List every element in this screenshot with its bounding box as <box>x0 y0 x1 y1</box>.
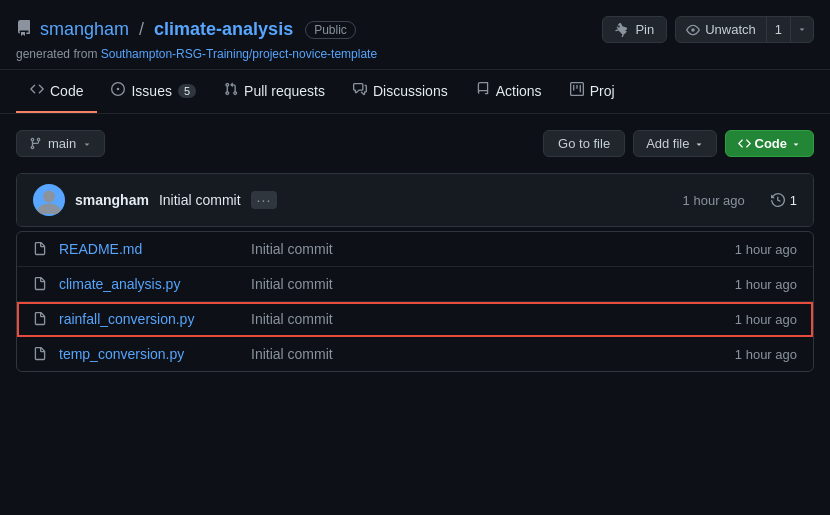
file-commit-climate: Initial commit <box>251 276 723 292</box>
repo-title-row: smangham / climate-analysis Public Pin U… <box>16 16 814 43</box>
tab-issues-label: Issues <box>131 83 171 99</box>
commit-box: smangham Initial commit ··· 1 hour ago 1 <box>16 173 814 227</box>
pin-button[interactable]: Pin <box>602 16 667 43</box>
repo-owner-link[interactable]: smangham <box>40 19 129 40</box>
branch-selector[interactable]: main <box>16 130 105 157</box>
go-to-file-button[interactable]: Go to file <box>543 130 625 157</box>
file-name-climate[interactable]: climate_analysis.py <box>59 276 239 292</box>
repo-separator: / <box>139 19 144 40</box>
tab-discussions-label: Discussions <box>373 83 448 99</box>
tab-code[interactable]: Code <box>16 70 97 113</box>
tab-proj-label: Proj <box>590 83 615 99</box>
tab-issues[interactable]: Issues 5 <box>97 70 210 113</box>
code-nav-icon <box>30 82 44 99</box>
branch-caret-icon <box>82 139 92 149</box>
file-icon-readme <box>33 242 47 256</box>
header-actions: Pin Unwatch 1 <box>602 16 814 43</box>
generated-from: generated from Southampton-RSG-Training/… <box>16 47 814 61</box>
file-table: README.md Initial commit 1 hour ago clim… <box>16 231 814 372</box>
svg-point-1 <box>38 204 61 215</box>
commit-dots-button[interactable]: ··· <box>251 191 278 209</box>
file-time-readme: 1 hour ago <box>735 242 797 257</box>
tab-code-label: Code <box>50 83 83 99</box>
tab-actions-label: Actions <box>496 83 542 99</box>
file-commit-readme: Initial commit <box>251 241 723 257</box>
commit-username[interactable]: smangham <box>75 192 149 208</box>
file-time-temp: 1 hour ago <box>735 347 797 362</box>
commit-header: smangham Initial commit ··· 1 hour ago 1 <box>17 174 813 226</box>
projects-nav-icon <box>570 82 584 99</box>
file-icon-rainfall <box>33 312 47 326</box>
issues-badge: 5 <box>178 84 196 98</box>
file-row-temp: temp_conversion.py Initial commit 1 hour… <box>17 337 813 371</box>
actions-nav-icon <box>476 82 490 99</box>
discussions-nav-icon <box>353 82 367 99</box>
template-link[interactable]: Southampton-RSG-Training/project-novice-… <box>101 47 377 61</box>
repo-header: smangham / climate-analysis Public Pin U… <box>0 0 830 70</box>
pin-icon <box>615 23 629 37</box>
pr-nav-icon <box>224 82 238 99</box>
tab-projects[interactable]: Proj <box>556 70 629 113</box>
svg-point-0 <box>43 190 55 202</box>
repo-icon <box>16 20 32 40</box>
file-commit-rainfall: Initial commit <box>251 311 723 327</box>
file-time-climate: 1 hour ago <box>735 277 797 292</box>
pin-label: Pin <box>635 22 654 37</box>
unwatch-count[interactable]: 1 <box>767 17 790 42</box>
code-button[interactable]: Code <box>725 130 815 157</box>
avatar <box>33 184 65 216</box>
eye-icon <box>686 23 700 37</box>
add-file-label: Add file <box>646 136 689 151</box>
file-time-rainfall: 1 hour ago <box>735 312 797 327</box>
add-file-caret-icon <box>694 139 704 149</box>
code-angle-icon <box>738 137 751 150</box>
file-icon-temp <box>33 347 47 361</box>
code-caret-icon <box>791 139 801 149</box>
code-button-label: Code <box>755 136 788 151</box>
unwatch-caret[interactable] <box>790 17 813 42</box>
main-content: main Go to file Add file Code <box>0 114 830 388</box>
file-row-rainfall: rainfall_conversion.py Initial commit 1 … <box>17 302 813 337</box>
file-name-readme[interactable]: README.md <box>59 241 239 257</box>
history-icon <box>771 193 785 207</box>
unwatch-label: Unwatch <box>705 22 756 37</box>
commit-message: Initial commit <box>159 192 241 208</box>
tab-pr-label: Pull requests <box>244 83 325 99</box>
tab-pull-requests[interactable]: Pull requests <box>210 70 339 113</box>
branch-icon <box>29 137 42 150</box>
repo-nav: Code Issues 5 Pull requests Discussions <box>0 70 830 114</box>
repo-name-link[interactable]: climate-analysis <box>154 19 293 40</box>
file-icon-climate <box>33 277 47 291</box>
issue-nav-icon <box>111 82 125 99</box>
commit-history-count: 1 <box>790 193 797 208</box>
caret-down-icon <box>797 24 807 34</box>
visibility-badge: Public <box>305 21 356 39</box>
tab-discussions[interactable]: Discussions <box>339 70 462 113</box>
file-row-readme: README.md Initial commit 1 hour ago <box>17 232 813 267</box>
unwatch-main[interactable]: Unwatch <box>676 17 767 42</box>
add-file-button[interactable]: Add file <box>633 130 716 157</box>
file-name-rainfall[interactable]: rainfall_conversion.py <box>59 311 239 327</box>
file-toolbar: main Go to file Add file Code <box>16 130 814 157</box>
file-row-climate: climate_analysis.py Initial commit 1 hou… <box>17 267 813 302</box>
file-commit-temp: Initial commit <box>251 346 723 362</box>
file-name-temp[interactable]: temp_conversion.py <box>59 346 239 362</box>
branch-name: main <box>48 136 76 151</box>
commit-history[interactable]: 1 <box>771 193 797 208</box>
unwatch-button[interactable]: Unwatch 1 <box>675 16 814 43</box>
tab-actions[interactable]: Actions <box>462 70 556 113</box>
commit-time: 1 hour ago <box>683 193 745 208</box>
